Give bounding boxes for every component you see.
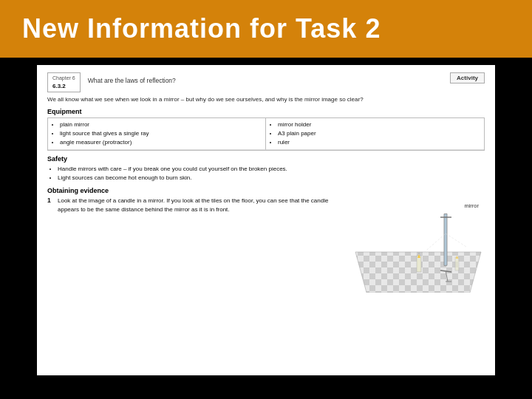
list-item: light source that gives a single ray [60,129,261,138]
svg-rect-10 [417,256,421,272]
list-item: mirror holder [278,120,480,129]
safety-list: Handle mirrors with care – if you break … [47,165,485,183]
page-title: New Information for Task 2 [22,13,381,44]
safety-item: Handle mirrors with care – if you break … [58,165,485,174]
equipment-title: Equipment [47,108,485,115]
chapter-number: 6.3.2 [52,82,75,90]
svg-line-16 [446,233,466,247]
list-item: angle measurer (protractor) [60,138,261,147]
list-item: A3 plain paper [278,129,480,138]
chapter-box: Chapter 6 6.3.2 [47,72,81,92]
obtaining-content: 1 Look at the image of a candle in a mir… [47,197,485,293]
chapter-label: Chapter 6 [52,75,75,82]
mirror-label: mirror [464,202,479,209]
obtaining-title: Obtaining evidence [47,187,485,194]
obtaining-number: 1 [47,197,55,214]
doc-question: What are the laws of reflection? [81,72,450,84]
safety-section: Safety Handle mirrors with care – if you… [47,155,485,183]
document-page: Chapter 6 6.3.2 What are the laws of ref… [37,65,495,375]
doc-intro: We all know what we see when we look in … [47,95,485,103]
doc-top-bar: Chapter 6 6.3.2 What are the laws of ref… [47,72,485,92]
svg-line-15 [421,233,446,255]
safety-title: Safety [47,155,485,163]
svg-rect-13 [455,257,459,270]
equipment-left: plain mirror light source that gives a s… [48,118,266,150]
content-area: Chapter 6 6.3.2 What are the laws of ref… [0,58,532,383]
mirror-illustration: mirror [352,197,485,293]
equipment-table: plain mirror light source that gives a s… [47,117,485,151]
equipment-left-list: plain mirror light source that gives a s… [52,120,261,147]
safety-item: Light sources can become hot enough to b… [58,174,485,183]
equipment-right: mirror holder A3 plain paper ruler [266,118,484,150]
page-header: New Information for Task 2 [0,0,532,58]
list-item: plain mirror [60,120,261,129]
illustration-svg [352,197,485,293]
obtaining-text: Look at the image of a candle in a mirro… [58,197,346,214]
svg-rect-5 [444,214,447,265]
obtaining-section: Obtaining evidence 1 Look at the image o… [47,187,485,293]
list-item: ruler [278,138,480,147]
activity-badge: Activity [450,72,485,83]
equipment-right-list: mirror holder A3 plain paper ruler [270,120,480,147]
